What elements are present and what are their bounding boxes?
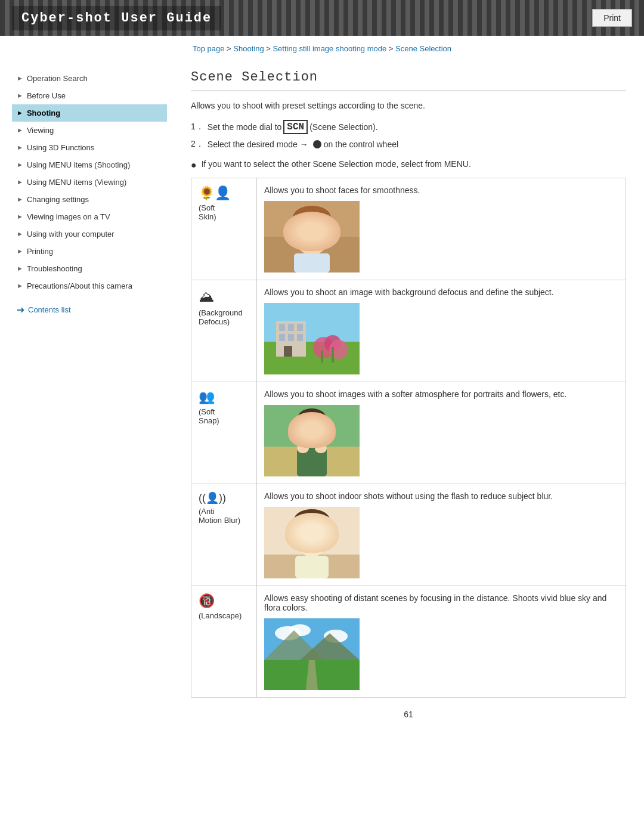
- sidebar-item-before-use[interactable]: ► Before Use: [12, 87, 167, 104]
- intro-text: Allows you to shoot with preset settings…: [191, 101, 626, 110]
- svg-rect-21: [284, 346, 292, 357]
- sidebar-item-label: Viewing: [27, 126, 54, 135]
- svg-rect-18: [279, 334, 285, 341]
- table-row: ((👤)) (AntiMotion Blur) Allows you to sh…: [191, 484, 626, 586]
- svg-rect-49: [295, 556, 329, 578]
- app-title: Cyber-shot User Guide: [12, 6, 221, 30]
- instruction-1-text-before: Set the mode dial to: [208, 122, 282, 132]
- scene-name-softskin: (SoftSkin): [199, 203, 249, 221]
- svg-rect-15: [279, 324, 285, 331]
- scene-desc-cell-softsnap: Allows you to shoot images with a softer…: [257, 382, 626, 484]
- breadcrumb-shooting[interactable]: Shooting: [233, 44, 264, 53]
- breadcrumb-current[interactable]: Scene Selection: [395, 44, 451, 53]
- sidebar: ► Operation Search ► Before Use ► Shooti…: [0, 58, 173, 737]
- svg-point-10: [310, 237, 314, 239]
- soft-skin-icon: 🌻👤: [199, 185, 249, 201]
- sidebar-item-changing-settings[interactable]: ► Changing settings: [12, 191, 167, 208]
- svg-rect-5: [323, 216, 331, 234]
- arrow-icon: ►: [17, 247, 23, 255]
- sidebar-item-shooting[interactable]: ► Shooting: [12, 104, 167, 122]
- scene-table: 🌻👤 (SoftSkin) Allows you to shoot faces …: [191, 178, 626, 698]
- instruction-2-num: 2．: [191, 139, 204, 150]
- scene-name-softsnap: (SoftSnap): [199, 407, 249, 425]
- sidebar-item-printing[interactable]: ► Printing: [12, 243, 167, 260]
- svg-rect-26: [332, 347, 334, 363]
- page-title: Scene Selection: [191, 70, 626, 91]
- anti-blur-icon: ((👤)): [199, 491, 249, 504]
- svg-point-33: [305, 429, 308, 432]
- scene-name-landscape: (Landscape): [199, 611, 249, 620]
- svg-rect-11: [294, 253, 330, 272]
- scene-image-svg: [264, 405, 360, 476]
- note-text: If you want to select the other Scene Se…: [202, 159, 471, 169]
- sidebar-item-3d[interactable]: ► Using 3D Functions: [12, 139, 167, 156]
- svg-point-32: [315, 428, 320, 432]
- instructions: 1． Set the mode dial to SCN (Scene Selec…: [191, 120, 626, 150]
- print-button[interactable]: Print: [592, 9, 632, 27]
- page-number: 61: [191, 710, 626, 719]
- scene-desc-landscape: Allows easy shooting of distant scenes b…: [264, 593, 618, 612]
- table-row: 🔞 (Landscape) Allows easy shooting of di…: [191, 586, 626, 698]
- sidebar-item-viewing-tv[interactable]: ► Viewing images on a TV: [12, 208, 167, 225]
- note-item: ● If you want to select the other Scene …: [191, 159, 626, 171]
- content-area: Scene Selection Allows you to shoot with…: [173, 58, 644, 737]
- svg-rect-42: [294, 519, 301, 535]
- scene-image-svg: [264, 303, 360, 374]
- scene-icon-cell-antibleur: ((👤)) (AntiMotion Blur): [191, 484, 257, 586]
- svg-point-37: [315, 444, 327, 453]
- svg-rect-4: [293, 216, 301, 234]
- svg-point-2: [294, 212, 330, 255]
- sidebar-item-menu-shooting[interactable]: ► Using MENU items (Shooting): [12, 156, 167, 174]
- sidebar-item-label: Using 3D Functions: [27, 143, 94, 152]
- scene-desc-cell-softskin: Allows you to shoot faces for smoothness…: [257, 178, 626, 280]
- svg-point-48: [310, 541, 314, 544]
- instruction-1-num: 1．: [191, 122, 204, 132]
- svg-point-8: [303, 231, 306, 234]
- arrow-icon: ►: [17, 178, 23, 185]
- sidebar-item-precautions[interactable]: ► Precautions/About this camera: [12, 277, 167, 295]
- scene-desc-cell-antiblur: Allows you to shoot indoor shots without…: [257, 484, 626, 586]
- sidebar-item-label: Shooting: [27, 109, 60, 117]
- svg-point-7: [316, 230, 322, 234]
- arrow-icon: ►: [17, 196, 23, 203]
- instruction-2: 2． Select the desired mode → on the cont…: [191, 139, 626, 150]
- svg-rect-16: [288, 324, 294, 331]
- sidebar-item-computer[interactable]: ► Using with your computer: [12, 225, 167, 243]
- scene-icon-cell-softsnap: 👥 (SoftSnap): [191, 382, 257, 484]
- landscape-icon: 🔞: [199, 593, 249, 609]
- sidebar-item-menu-viewing[interactable]: ► Using MENU items (Viewing): [12, 174, 167, 191]
- arrow-icon: ►: [17, 92, 23, 99]
- main-layout: ► Operation Search ► Before Use ► Shooti…: [0, 58, 644, 737]
- scene-desc-antiblur: Allows you to shoot indoor shots without…: [264, 491, 618, 501]
- table-row: 🌻👤 (SoftSkin) Allows you to shoot faces …: [191, 178, 626, 280]
- soft-snap-icon: 👥: [199, 389, 249, 405]
- control-dot-icon: [313, 140, 321, 148]
- breadcrumb-top[interactable]: Top page: [193, 44, 225, 53]
- svg-point-29: [299, 415, 325, 448]
- contents-list-link[interactable]: ➔ Contents list: [12, 304, 173, 315]
- bullet-icon: ●: [191, 159, 197, 171]
- sidebar-item-operation-search[interactable]: ► Operation Search: [12, 70, 167, 87]
- sidebar-item-label: Changing settings: [27, 195, 89, 204]
- sidebar-item-troubleshooting[interactable]: ► Troubleshooting: [12, 260, 167, 277]
- scene-desc-cell-bgdefocus: Allows you to shoot an image with backgr…: [257, 280, 626, 382]
- svg-rect-17: [297, 324, 303, 331]
- arrow-icon: ►: [17, 161, 23, 168]
- scene-icon-cell-bgdefocus: ⛰ (BackgroundDefocus): [191, 280, 257, 382]
- arrow-icon: ►: [17, 230, 23, 237]
- scene-desc-softskin: Allows you to shoot faces for smoothness…: [264, 185, 618, 195]
- scene-icon-cell-softskin: 🌻👤 (SoftSkin): [191, 178, 257, 280]
- instruction-1-text-after: (Scene Selection).: [309, 122, 377, 132]
- breadcrumb: Top page > Shooting > Setting still imag…: [0, 36, 644, 58]
- sidebar-item-label: Using with your computer: [27, 230, 114, 239]
- svg-point-47: [317, 534, 321, 538]
- sidebar-item-viewing[interactable]: ► Viewing: [12, 122, 167, 139]
- scene-icon-cell-landscape: 🔞 (Landscape): [191, 586, 257, 698]
- sidebar-item-label: Using MENU items (Viewing): [27, 178, 126, 187]
- breadcrumb-setting[interactable]: Setting still image shooting mode: [273, 44, 386, 53]
- svg-point-41: [294, 509, 330, 531]
- svg-point-46: [303, 534, 306, 538]
- svg-rect-20: [297, 334, 303, 341]
- scene-image-bgdefocus: [264, 303, 360, 374]
- arrow-icon: ►: [17, 213, 23, 220]
